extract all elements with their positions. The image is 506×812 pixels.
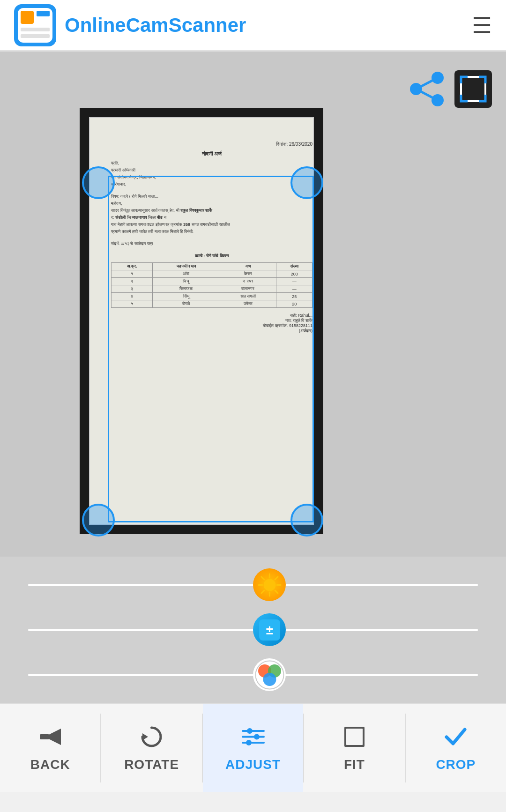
crop-handle-top-right[interactable]: [290, 166, 323, 199]
bottom-toolbar: BACK ROTATE: [0, 703, 506, 792]
rotate-icon: [139, 724, 164, 753]
fit-label: FIT: [344, 757, 365, 772]
document-content: दिनांक: 26/03/2020 नोदणी अर्ज प्रति, प्र…: [99, 127, 324, 535]
fit-button[interactable]: FIT: [304, 704, 404, 792]
svg-rect-36: [345, 728, 364, 746]
color-icon: [253, 658, 286, 691]
svg-rect-5: [21, 34, 50, 38]
exposure-track[interactable]: ±: [28, 629, 478, 631]
fullscreen-icon[interactable]: [454, 70, 492, 108]
svg-point-35: [246, 740, 252, 745]
doc-date: दिनांक: 26/03/2020: [111, 142, 313, 147]
exposure-icon: ±: [253, 613, 286, 646]
rotate-label: ROTATE: [124, 757, 179, 772]
adjust-button[interactable]: ADJUST: [203, 704, 303, 792]
crop-checkmark-icon: [443, 724, 469, 753]
svg-point-26: [263, 673, 276, 686]
document-container: दिनांक: 26/03/2020 नोदणी अर्ज प्रति, प्र…: [80, 108, 323, 534]
svg-point-34: [254, 734, 260, 740]
logo-text: OnlineCamScanner: [65, 14, 246, 37]
svg-line-9: [416, 78, 438, 89]
svg-rect-28: [40, 734, 49, 739]
svg-rect-4: [21, 28, 50, 31]
doc-title: नोदणी अर्ज: [111, 151, 313, 157]
svg-line-10: [416, 89, 438, 100]
color-slider-row: [28, 661, 478, 689]
sliders-area: ±: [0, 557, 506, 703]
svg-line-20: [261, 590, 264, 593]
crop-details-table: अ.क्र. पडजमीन भाव वाण संख्या १आंबाकेसर20…: [111, 262, 313, 308]
rotate-button[interactable]: ROTATE: [101, 704, 201, 792]
logo-area: OnlineCamScanner: [14, 4, 246, 46]
back-button[interactable]: BACK: [0, 704, 100, 792]
svg-rect-3: [37, 11, 50, 16]
share-icon[interactable]: [409, 70, 446, 108]
svg-rect-11: [461, 77, 485, 101]
color-track[interactable]: [28, 674, 478, 676]
brightness-slider-row: [28, 571, 478, 599]
svg-rect-2: [21, 11, 34, 24]
back-icon: [37, 724, 63, 753]
document-paper: दिनांक: 26/03/2020 नोदणी अर्ज प्रति, प्र…: [89, 117, 314, 525]
crop-handle-bottom-left[interactable]: [82, 504, 115, 536]
adjust-label: ADJUST: [225, 757, 281, 772]
crop-button[interactable]: CROP: [406, 704, 506, 792]
svg-line-18: [275, 590, 278, 593]
crop-handle-bottom-right[interactable]: [290, 504, 323, 536]
brightness-icon: [253, 568, 286, 601]
adjust-icon: [240, 724, 266, 753]
svg-point-33: [247, 728, 253, 734]
logo-icon: [14, 4, 56, 46]
back-label: BACK: [30, 757, 70, 772]
fit-icon: [342, 724, 367, 753]
main-content-area: दिनांक: 26/03/2020 नोदणी अर्ज प्रति, प्र…: [0, 52, 506, 792]
crop-handle-top-left[interactable]: [82, 166, 115, 199]
svg-line-17: [261, 577, 264, 580]
menu-icon[interactable]: ☰: [472, 12, 492, 38]
svg-point-12: [263, 579, 275, 591]
brightness-track[interactable]: [28, 584, 478, 586]
svg-line-19: [275, 577, 278, 580]
app-header: OnlineCamScanner ☰: [0, 0, 506, 52]
svg-text:±: ±: [266, 623, 273, 637]
exposure-slider-row: ±: [28, 616, 478, 644]
crop-label: CROP: [436, 757, 476, 772]
svg-marker-29: [142, 733, 148, 740]
top-action-icons: [409, 70, 492, 108]
